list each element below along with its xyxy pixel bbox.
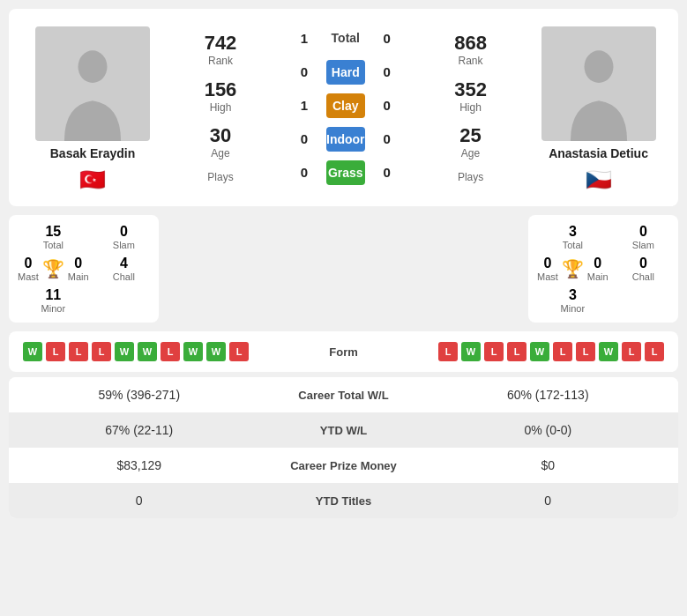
form-badge-left-w: W (23, 342, 42, 361)
form-badge-right-w: W (599, 342, 618, 361)
form-badge-right-w: W (461, 342, 481, 361)
left-chall-value: 4 (98, 256, 150, 271)
form-badge-left-l: L (46, 342, 65, 361)
career-stat-right-1: 0% (0-0) (432, 423, 665, 437)
left-rank-stat: 742 Rank (205, 32, 237, 67)
right-plays-label: Plays (458, 171, 483, 183)
left-middle-stats: 742 Rank 156 High 30 Age Plays (168, 18, 273, 197)
hard-score-left: 0 (291, 64, 317, 79)
left-high-stat: 156 High (205, 78, 237, 114)
career-stat-row: 67% (22-11) YTD W/L 0% (0-0) (9, 412, 678, 448)
form-label: Form (300, 345, 388, 359)
svg-point-0 (78, 50, 108, 83)
right-age-stat: 25 Age (459, 124, 481, 160)
grass-score-right: 0 (374, 165, 400, 180)
clay-score-left: 1 (291, 98, 317, 113)
grass-row: 0 Grass 0 (291, 160, 400, 185)
left-player-header: Basak Eraydin 🇹🇷 (18, 18, 168, 197)
form-section: WLLLWWLWWL Form LWLLWLLWLL (9, 331, 678, 372)
left-plays-stat: Plays (207, 171, 233, 183)
right-player-name: Anastasia Detiuc (549, 146, 648, 160)
right-mast-label: Mast (537, 271, 558, 282)
form-badge-left-l: L (229, 342, 249, 361)
left-player-avatar (35, 26, 150, 141)
total-row: 1 Total 0 (291, 31, 400, 46)
hard-score-right: 0 (374, 64, 400, 79)
left-slam-label: Slam (98, 240, 150, 250)
right-main-label: Main (587, 271, 609, 282)
form-badges-left: WLLLWWLWWL (23, 342, 300, 361)
hard-badge: Hard (326, 60, 365, 85)
indoor-score-right: 0 (374, 131, 400, 146)
right-chall-value: 0 (617, 256, 669, 271)
career-stat-left-1: 67% (22-11) (23, 423, 256, 437)
right-rank-label: Rank (454, 55, 487, 67)
left-minor-stat: 11 Minor (18, 287, 89, 314)
form-badge-right-l: L (438, 342, 458, 361)
form-badge-right-l: L (507, 342, 526, 361)
svg-point-1 (584, 50, 613, 83)
form-badge-left-l: L (69, 342, 88, 361)
career-stat-left-3: 0 (23, 494, 256, 508)
career-stat-right-3: 0 (432, 494, 665, 508)
total-score-left: 1 (291, 31, 317, 46)
left-total-label: Total (18, 240, 89, 250)
stats-bottom-section: 59% (396-271) Career Total W/L 60% (172-… (9, 377, 678, 518)
left-age-label: Age (210, 147, 231, 160)
right-rank-value: 868 (454, 32, 487, 55)
comparison-section: Basak Eraydin 🇹🇷 742 Rank 156 High 30 Ag… (9, 9, 678, 206)
left-mast-value: 0 (18, 256, 39, 271)
right-chall-stat: 0 Chall (617, 256, 669, 282)
right-player-header: Anastasia Detiuc 🇨🇿 (524, 18, 674, 197)
left-slam-value: 0 (98, 224, 150, 240)
right-rank-stat: 868 Rank (454, 32, 487, 67)
clay-row: 1 Clay 0 (291, 93, 400, 118)
form-badge-left-l: L (92, 342, 111, 361)
left-player-flag: 🇹🇷 (79, 167, 106, 192)
right-mast-row: 0 Mast 🏆 0 Main (537, 256, 609, 282)
form-badge-left-w: W (183, 342, 203, 361)
main-container: Basak Eraydin 🇹🇷 742 Rank 156 High 30 Ag… (0, 0, 687, 527)
right-player-flag: 🇨🇿 (586, 167, 612, 192)
right-total-label: Total (537, 240, 609, 250)
career-stat-row: $83,129 Career Prize Money $0 (9, 448, 678, 483)
form-badge-right-l: L (622, 342, 641, 361)
left-main-label: Main (68, 271, 89, 282)
right-player-avatar (541, 26, 656, 141)
indoor-row: 0 Indoor 0 (291, 127, 400, 152)
left-main-value: 0 (68, 256, 89, 271)
clay-score-right: 0 (374, 98, 400, 113)
left-minor-value: 11 (18, 287, 89, 303)
career-stat-right-0: 60% (172-113) (432, 388, 665, 402)
career-stat-right-2: $0 (432, 458, 665, 472)
left-total-stat: 15 Total (18, 224, 89, 250)
form-badge-left-w: W (138, 342, 157, 361)
left-rank-value: 742 (205, 32, 237, 55)
right-total-stat: 3 Total (537, 224, 609, 250)
career-stat-label-0: Career Total W/L (256, 389, 432, 402)
left-high-label: High (205, 101, 237, 114)
clay-badge: Clay (326, 93, 365, 118)
career-stat-row: 59% (396-271) Career Total W/L 60% (172-… (9, 377, 678, 412)
form-badges-right: LWLLWLLWLL (388, 342, 665, 361)
right-total-value: 3 (537, 224, 609, 240)
left-age-stat: 30 Age (210, 124, 231, 160)
right-high-value: 352 (454, 78, 487, 101)
right-high-label: High (454, 101, 487, 114)
hard-row: 0 Hard 0 (291, 60, 400, 85)
right-trophy-icon: 🏆 (562, 258, 584, 279)
career-stat-left-0: 59% (396-271) (23, 388, 256, 402)
right-middle-stats: 868 Rank 352 High 25 Age Plays (418, 18, 524, 197)
right-chall-label: Chall (617, 271, 669, 282)
right-minor-value: 3 (537, 287, 609, 303)
left-age-value: 30 (210, 124, 231, 147)
career-stat-label-3: YTD Titles (256, 494, 432, 508)
left-minor-label: Minor (18, 303, 89, 314)
right-age-label: Age (459, 147, 481, 160)
right-detailed-stats: 3 Total 0 Slam 0 Mast 🏆 0 Main (528, 215, 678, 323)
form-badge-left-w: W (206, 342, 226, 361)
left-slam-stat: 0 Slam (98, 224, 150, 250)
right-minor-label: Minor (537, 303, 609, 314)
right-high-stat: 352 High (454, 78, 487, 114)
right-plays-stat: Plays (458, 171, 483, 183)
